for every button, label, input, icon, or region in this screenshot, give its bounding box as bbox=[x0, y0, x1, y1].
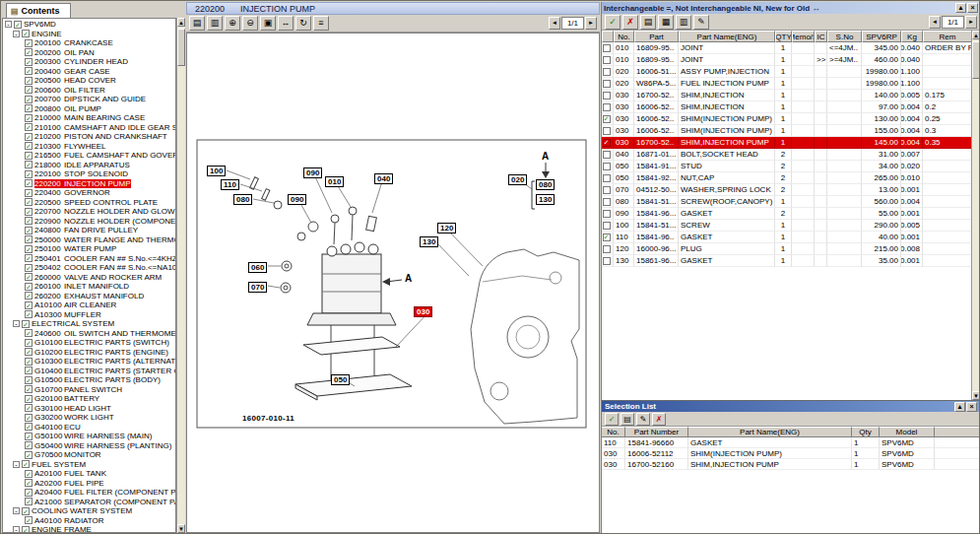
contents-scrollbar[interactable]: ▲▼ bbox=[176, 18, 185, 533]
collapse-button[interactable]: ▴ bbox=[954, 402, 965, 412]
parts-scrollbar[interactable]: ▲▼ bbox=[971, 31, 980, 400]
parts-table-row[interactable]: 03016700-52..SHIM,INJECTION1140.000.0050… bbox=[602, 90, 972, 101]
selection-table-row[interactable]: 11015841-96660GASKET1SPV6MD bbox=[602, 437, 980, 448]
parts-table-row[interactable]: 12016000-96...PLUG1215.000.008 bbox=[602, 243, 972, 255]
tree-checkbox[interactable] bbox=[25, 48, 33, 56]
collapse-button[interactable]: ▴ bbox=[955, 3, 966, 13]
tree-checkbox[interactable] bbox=[25, 516, 33, 524]
part-callout-120[interactable]: 120 bbox=[437, 223, 456, 234]
tree-checkbox[interactable] bbox=[25, 329, 33, 337]
row-checkbox[interactable] bbox=[603, 103, 611, 111]
remove-cross-icon[interactable]: ✗ bbox=[652, 413, 666, 426]
parts-table-row[interactable]: 02016006-51...ASSY PUMP,INJECTION119980.… bbox=[602, 66, 972, 78]
zoom-in-icon[interactable]: ⊕ bbox=[225, 16, 240, 31]
tree-checkbox[interactable] bbox=[25, 198, 33, 206]
zoom-fit-icon[interactable]: ▣ bbox=[260, 16, 276, 31]
tree-expander-icon[interactable]: - bbox=[13, 507, 20, 514]
tree-checkbox[interactable] bbox=[25, 479, 33, 487]
confirm-check-icon[interactable]: ✓ bbox=[605, 413, 619, 426]
row-checkbox[interactable] bbox=[603, 139, 611, 147]
tree-checkbox[interactable] bbox=[25, 395, 33, 403]
tree-section-fuel-system[interactable]: -FUEL SYSTEM bbox=[3, 460, 175, 470]
tree-item[interactable]: G20100BATTERY bbox=[3, 394, 175, 404]
tree-item[interactable]: 200800OIL PUMP bbox=[3, 104, 175, 114]
tree-item[interactable]: 200100CRANKCASE bbox=[3, 38, 175, 48]
parts-table-row[interactable]: 10015841-51...SCREW1290.000.005 bbox=[602, 220, 972, 232]
tree-section-electrical-system[interactable]: -ELECTRICAL SYSTEM bbox=[3, 319, 175, 329]
tree-expander-icon[interactable]: - bbox=[13, 31, 20, 37]
tree-item[interactable]: 220900NOZZLE HOLDER (COMPONENT bbox=[3, 217, 175, 227]
tree-item[interactable]: 216500FUEL CAMSHAFT AND GOVERNO bbox=[3, 151, 175, 161]
row-checkbox[interactable] bbox=[603, 127, 611, 135]
tree-checkbox[interactable] bbox=[25, 292, 33, 300]
tree-item[interactable]: 260000VALVE AND ROCKER ARM bbox=[3, 273, 175, 283]
tree-item[interactable]: 200500HEAD COVER bbox=[3, 76, 175, 86]
tree-checkbox[interactable] bbox=[22, 507, 30, 515]
part-callout-100[interactable]: 100 bbox=[207, 166, 226, 176]
tree-item[interactable]: 220100STOP SOLENOID bbox=[3, 169, 175, 179]
part-callout-090[interactable]: 090 bbox=[303, 167, 322, 178]
parts-table-row[interactable]: 01016809-95..JOINT1>>>=4JM..460.000.040 bbox=[602, 54, 972, 66]
tree-checkbox[interactable] bbox=[25, 104, 33, 112]
row-checkbox[interactable] bbox=[603, 115, 611, 123]
part-callout-090[interactable]: 090 bbox=[288, 194, 306, 205]
tree-item[interactable]: G10700PANEL SWITCH bbox=[3, 385, 175, 395]
tree-item[interactable]: G10200ELECTRIC PARTS (ENGINE) bbox=[3, 348, 175, 358]
parts-table-row[interactable]: 09015841-96...GASKET255.000.001 bbox=[602, 208, 972, 220]
part-callout-050[interactable]: 050 bbox=[331, 374, 350, 385]
tree-item[interactable]: A10300MUFFLER bbox=[3, 310, 175, 320]
parts-table-row[interactable]: 13015861-96...GASKET135.000.001 bbox=[602, 255, 972, 267]
sheet-icon[interactable]: ▤ bbox=[621, 413, 634, 426]
part-callout-020[interactable]: 020 bbox=[508, 174, 527, 185]
row-checkbox[interactable] bbox=[603, 210, 611, 218]
tree-checkbox[interactable] bbox=[25, 498, 33, 505]
row-checkbox[interactable] bbox=[603, 68, 611, 76]
tree-checkbox[interactable] bbox=[25, 208, 33, 216]
tree-checkbox[interactable] bbox=[25, 441, 33, 449]
row-checkbox[interactable] bbox=[603, 151, 611, 159]
tree-checkbox[interactable] bbox=[25, 86, 33, 94]
parts-table-row[interactable]: 04016871-01...BOLT,SOCKET HEAD231.000.00… bbox=[602, 149, 972, 161]
tree-expander-icon[interactable]: - bbox=[13, 526, 20, 533]
row-checkbox[interactable] bbox=[603, 198, 611, 206]
page-next-button[interactable]: ► bbox=[965, 16, 977, 29]
parts-table-row[interactable]: 05015841-92...NUT,CAP2265.000.010 bbox=[602, 172, 972, 184]
tree-item[interactable]: G10100ELECTRIC PARTS (SWITCH) bbox=[3, 338, 175, 348]
tree-checkbox[interactable] bbox=[25, 404, 33, 412]
tree-item[interactable]: 250100WATER PUMP bbox=[3, 244, 175, 254]
page-prev-button[interactable]: ◄ bbox=[549, 17, 560, 30]
tree-checkbox[interactable] bbox=[25, 235, 33, 243]
row-checkbox[interactable] bbox=[603, 245, 611, 253]
export-icon[interactable]: ▥ bbox=[207, 16, 223, 31]
tree-checkbox[interactable] bbox=[25, 133, 33, 141]
rotate-icon[interactable]: ↻ bbox=[295, 16, 311, 31]
scroll-up-icon[interactable]: ▲ bbox=[177, 18, 185, 27]
tree-checkbox[interactable] bbox=[22, 30, 30, 37]
print-icon[interactable]: ▤ bbox=[189, 16, 205, 31]
part-callout-060[interactable]: 060 bbox=[248, 262, 267, 273]
row-checkbox[interactable] bbox=[603, 92, 611, 100]
tree-item[interactable]: 200700DIPSTICK AND GUIDE bbox=[3, 95, 175, 104]
tree-checkbox[interactable] bbox=[25, 433, 33, 440]
tree-checkbox[interactable] bbox=[22, 460, 30, 468]
tree-item[interactable]: 210300FLYWHEEL bbox=[3, 142, 175, 152]
tree-checkbox[interactable] bbox=[25, 470, 33, 478]
tree-item[interactable]: A40100RADIATOR bbox=[3, 516, 175, 526]
tree-checkbox[interactable] bbox=[25, 339, 33, 347]
parts-table-row[interactable]: 03016006-52..SHIM,INJECTION197.000.0040.… bbox=[602, 101, 972, 113]
tree-checkbox[interactable] bbox=[14, 21, 22, 29]
tree-checkbox[interactable] bbox=[22, 526, 30, 533]
tree-item[interactable]: G50400WIRE HARNESS (PLANTING) bbox=[3, 441, 175, 451]
detail-view-label[interactable]: A bbox=[403, 274, 414, 284]
tree-item[interactable]: G10500ELECTRIC PARTS (BODY) bbox=[3, 375, 175, 385]
tree-checkbox[interactable] bbox=[25, 77, 33, 85]
tree-checkbox[interactable] bbox=[25, 142, 33, 150]
list-view-icon[interactable]: ▤ bbox=[640, 15, 656, 30]
tree-item[interactable]: 200300CYLINDER HEAD bbox=[3, 57, 175, 67]
detail-view-label[interactable]: A bbox=[540, 152, 551, 162]
row-checkbox[interactable] bbox=[603, 44, 611, 52]
tree-checkbox[interactable] bbox=[25, 376, 33, 384]
tree-item[interactable]: G10400ELECTRIC PARTS (STARTER CO bbox=[3, 367, 175, 376]
tree-root-model[interactable]: -SPV6MD bbox=[3, 20, 175, 30]
scroll-thumb[interactable] bbox=[972, 41, 980, 79]
